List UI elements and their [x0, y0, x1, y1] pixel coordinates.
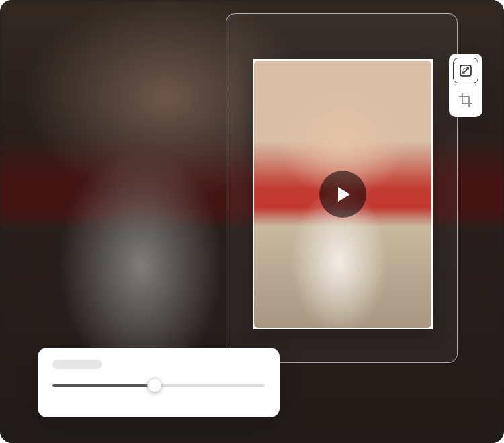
- slider-label-placeholder: [52, 360, 102, 369]
- edit-toolbar: [449, 54, 482, 117]
- crop-icon: [459, 93, 472, 107]
- resize-icon: [459, 64, 472, 77]
- crop-handle-bottom-left[interactable]: [253, 319, 263, 329]
- adjustment-panel: [38, 348, 280, 417]
- crop-handle-top-left[interactable]: [253, 59, 263, 69]
- play-button[interactable]: [319, 171, 366, 218]
- svg-point-1: [464, 68, 464, 69]
- crop-tool-button[interactable]: [453, 87, 478, 113]
- slider-track[interactable]: [52, 384, 265, 387]
- slider-thumb[interactable]: [147, 378, 162, 393]
- resize-tool-button[interactable]: [453, 58, 478, 83]
- slider-fill: [52, 384, 155, 387]
- crop-handle-top-right[interactable]: [423, 59, 433, 69]
- video-preview[interactable]: [253, 59, 433, 329]
- editor-stage: [0, 0, 504, 443]
- svg-point-2: [463, 69, 464, 69]
- play-icon: [337, 186, 351, 202]
- crop-handle-bottom-right[interactable]: [423, 319, 433, 329]
